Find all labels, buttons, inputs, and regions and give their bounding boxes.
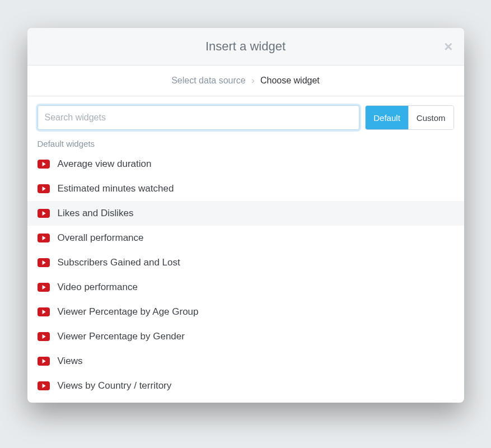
- modal-title: Insert a widget: [41, 39, 451, 54]
- list-item[interactable]: Estimated minutes watched: [27, 176, 464, 201]
- youtube-icon: [38, 307, 50, 316]
- youtube-icon: [38, 357, 50, 366]
- youtube-icon: [38, 209, 50, 218]
- modal-header: Insert a widget ×: [27, 28, 464, 66]
- list-item[interactable]: Average view duration: [27, 152, 464, 176]
- breadcrumb: Select data source › Choose widget: [27, 66, 464, 96]
- widget-label: Views by Country / territory: [58, 380, 172, 391]
- list-item[interactable]: Viewer Percentage by Age Group: [27, 300, 464, 324]
- youtube-icon: [38, 160, 50, 169]
- widget-list: Average view duration Estimated minutes …: [27, 152, 464, 403]
- widget-label: Estimated minutes watched: [58, 183, 174, 194]
- filter-custom-button[interactable]: Custom: [409, 106, 453, 129]
- youtube-icon: [38, 234, 50, 242]
- list-item[interactable]: Subscribers Gained and Lost: [27, 250, 464, 275]
- close-icon[interactable]: ×: [444, 39, 452, 54]
- list-item[interactable]: Views: [27, 349, 464, 374]
- youtube-icon: [38, 332, 50, 341]
- search-input[interactable]: [38, 105, 360, 130]
- search-toolbar: Default Custom: [27, 96, 464, 134]
- filter-default-button[interactable]: Default: [366, 106, 409, 129]
- youtube-icon: [38, 184, 50, 193]
- widget-label: Views: [58, 356, 83, 367]
- widget-label: Likes and Dislikes: [58, 208, 134, 219]
- list-item[interactable]: Likes and Dislikes: [27, 201, 464, 226]
- filter-toggle: Default Custom: [365, 105, 453, 130]
- youtube-icon: [38, 381, 50, 390]
- list-item[interactable]: Video performance: [27, 275, 464, 300]
- chevron-right-icon: ›: [251, 76, 254, 85]
- widget-label: Video performance: [58, 282, 138, 293]
- youtube-icon: [38, 258, 50, 267]
- widget-label: Viewer Percentage by Age Group: [58, 306, 199, 318]
- list-item[interactable]: Views by Country / territory: [27, 374, 464, 398]
- widget-label: Subscribers Gained and Lost: [58, 257, 180, 268]
- widget-label: Overall performance: [58, 232, 144, 244]
- breadcrumb-choose-widget: Choose widget: [260, 76, 320, 85]
- list-item[interactable]: Viewer Percentage by Gender: [27, 324, 464, 349]
- widget-label: Viewer Percentage by Gender: [58, 331, 185, 342]
- youtube-icon: [38, 283, 50, 292]
- list-item[interactable]: Overall performance: [27, 226, 464, 250]
- breadcrumb-select-data-source[interactable]: Select data source: [171, 76, 246, 85]
- insert-widget-modal: Insert a widget × Select data source › C…: [27, 28, 464, 403]
- widget-label: Average view duration: [58, 158, 152, 170]
- section-label: Default widgets: [27, 134, 464, 152]
